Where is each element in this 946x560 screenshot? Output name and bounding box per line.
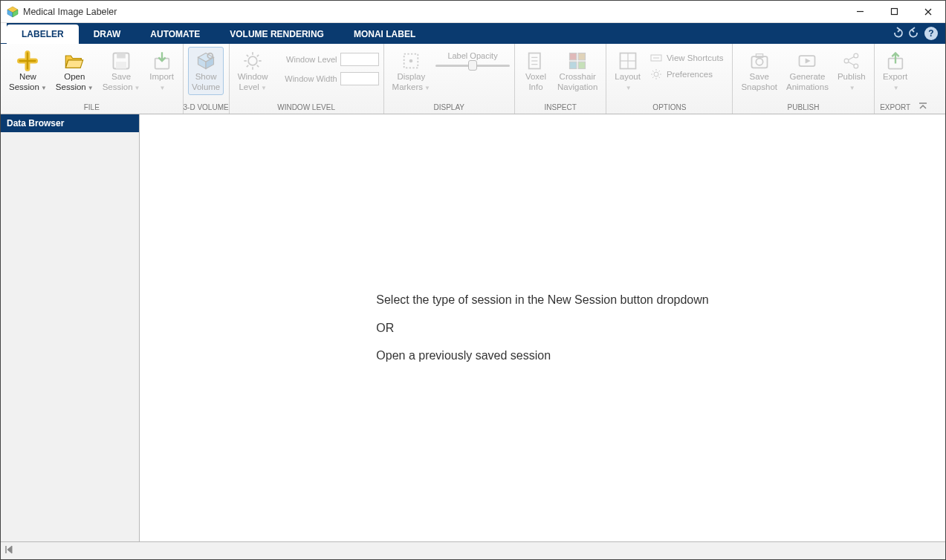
svg-rect-33	[578, 62, 585, 68]
layout-label: Layout	[615, 72, 641, 81]
window-level-button: Window Level▼	[234, 47, 272, 95]
group-publish: Save Snapshot Generate Animations Publis…	[733, 44, 874, 114]
info-icon	[525, 51, 546, 71]
save-snapshot-button: Save Snapshot	[737, 47, 781, 95]
tab-automate[interactable]: AUTOMATE	[135, 25, 215, 44]
window-controls	[843, 1, 945, 22]
svg-point-39	[654, 72, 658, 76]
import-label: Import	[149, 72, 174, 81]
redo-button[interactable]	[908, 27, 920, 41]
svg-line-22	[247, 65, 248, 67]
collapse-ribbon-button[interactable]	[916, 44, 930, 114]
svg-point-15	[248, 56, 257, 65]
brightness-icon	[242, 51, 263, 71]
show-volume-label: Show Volume	[192, 71, 220, 93]
help-button[interactable]: ?	[924, 27, 938, 40]
group-3d-volume: Show Volume 3-D VOLUME	[184, 44, 230, 114]
label-opacity-label: Label Opacity	[447, 51, 497, 60]
group-window-level: Window Level▼ Window Level Window Width …	[230, 44, 384, 114]
group-file: New Session▼ Open Session▼ Save Session▼…	[1, 44, 184, 114]
import-button: Import▼	[146, 47, 178, 95]
tab-volume-rendering-label: VOLUME RENDERING	[230, 29, 324, 39]
group-export-label: EXPORT	[875, 102, 916, 114]
svg-line-57	[848, 62, 854, 65]
tab-draw-label: DRAW	[94, 29, 121, 39]
group-options: Layout▼ View Shortcuts Preferences OPTIO…	[606, 44, 733, 114]
titlebar: Medical Image Labeler	[1, 1, 945, 23]
view-shortcuts-label: View Shortcuts	[667, 53, 724, 62]
group-inspect-label: INSPECT	[515, 102, 606, 114]
viewport: Select the type of session in the New Se…	[140, 114, 945, 541]
group-options-label: OPTIONS	[606, 102, 732, 114]
markers-icon	[401, 51, 421, 71]
group-publish-label: PUBLISH	[733, 102, 873, 114]
layout-button: Layout▼	[611, 47, 644, 95]
save-icon	[111, 51, 132, 71]
tab-monai-label-label: MONAI LABEL	[354, 29, 415, 39]
tabstrip-tools: ?	[892, 23, 945, 44]
share-icon	[841, 51, 862, 71]
preferences-label: Preferences	[667, 70, 713, 79]
svg-line-56	[848, 56, 854, 60]
svg-line-20	[247, 55, 248, 56]
app-icon	[7, 6, 19, 18]
tab-draw[interactable]: DRAW	[79, 25, 136, 44]
layout-icon	[618, 51, 638, 71]
svg-line-23	[257, 55, 259, 56]
crosshair-nav-button: Crosshair Navigation	[554, 47, 601, 95]
data-browser-body	[1, 132, 139, 541]
data-browser-panel: Data Browser	[1, 114, 140, 541]
svg-marker-52	[806, 59, 811, 64]
film-icon	[797, 51, 817, 71]
tab-labeler[interactable]: LABELER	[7, 25, 79, 44]
voxel-info-label: Voxel Info	[525, 71, 546, 93]
ribbon: New Session▼ Open Session▼ Save Session▼…	[1, 44, 945, 114]
svg-rect-32	[570, 62, 577, 68]
svg-rect-8	[117, 53, 126, 59]
group-window-level-label: WINDOW LEVEL	[230, 102, 383, 114]
minimize-button[interactable]	[843, 1, 877, 22]
display-markers-label: Display Markers	[392, 72, 426, 91]
plus-icon	[17, 51, 38, 71]
statusbar-prev-icon[interactable]	[4, 544, 14, 557]
label-opacity-slider	[435, 62, 510, 69]
svg-line-47	[658, 71, 660, 72]
svg-rect-31	[578, 53, 585, 60]
svg-point-54	[854, 53, 858, 58]
svg-line-45	[658, 77, 660, 79]
svg-point-53	[844, 59, 849, 63]
tab-monai-label[interactable]: MONAI LABEL	[339, 25, 430, 44]
new-session-label: New Session	[9, 72, 39, 91]
tab-volume-rendering[interactable]: VOLUME RENDERING	[215, 25, 339, 44]
camera-icon	[749, 51, 770, 71]
group-display: Display Markers▼ Label Opacity DISPLAY	[384, 44, 515, 114]
new-session-button[interactable]: New Session▼	[5, 47, 51, 95]
svg-marker-61	[7, 546, 12, 553]
svg-rect-9	[116, 62, 126, 68]
maximize-button[interactable]	[877, 1, 911, 22]
svg-line-21	[257, 65, 259, 67]
export-button: Export▼	[879, 47, 912, 95]
generate-animations-button: Generate Animations	[783, 47, 832, 95]
group-display-label: DISPLAY	[384, 102, 514, 114]
keyboard-icon	[650, 52, 662, 64]
window-level-field-label: Window Level	[273, 55, 337, 64]
cube-icon	[195, 51, 216, 71]
svg-rect-4	[891, 9, 897, 15]
save-session-label: Save Session	[103, 72, 133, 91]
statusbar	[1, 541, 945, 559]
close-button[interactable]	[911, 1, 945, 22]
undo-button[interactable]	[892, 27, 904, 41]
tab-labeler-label: LABELER	[22, 29, 64, 39]
open-session-label: Open Session	[56, 72, 86, 91]
open-session-button[interactable]: Open Session▼	[52, 47, 97, 95]
group-inspect: Voxel Info Crosshair Navigation INSPECT	[515, 44, 606, 114]
svg-rect-30	[570, 53, 577, 60]
generate-animations-label: Generate Animations	[786, 71, 829, 93]
viewport-line-3: Open a previously saved session	[376, 346, 708, 365]
crosshair-nav-label: Crosshair Navigation	[557, 71, 597, 93]
view-shortcuts-button: View Shortcuts	[646, 50, 728, 66]
folder-open-icon	[64, 51, 85, 71]
import-icon	[152, 51, 172, 71]
viewport-line-2: OR	[376, 319, 708, 338]
